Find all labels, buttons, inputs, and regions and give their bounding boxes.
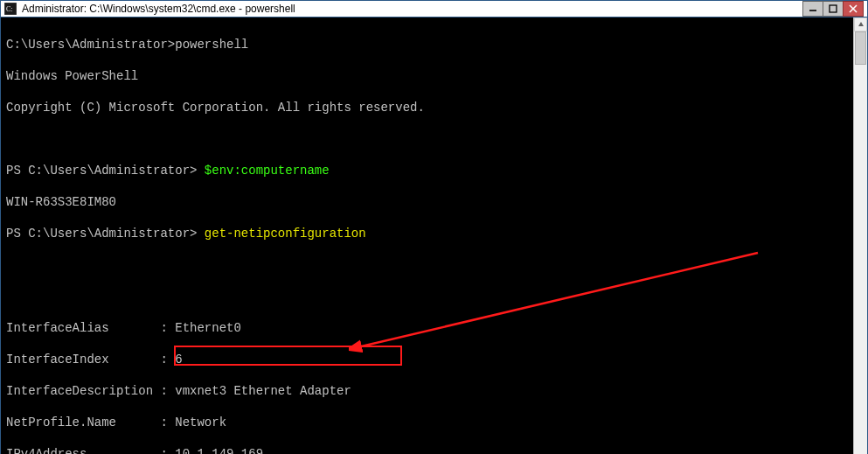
scroll-up-button[interactable] — [854, 17, 867, 31]
output-line: WIN-R63S3E8IM80 — [6, 194, 848, 210]
output-line: NetProfile.Name : Network — [6, 415, 848, 430]
command-text: $env:computername — [205, 164, 330, 178]
output-line: InterfaceDescription : vmxnet3 Ethernet … — [6, 383, 848, 399]
output-line: InterfaceAlias : Ethernet0 — [6, 320, 848, 336]
cmd-window: C: Administrator: C:\Windows\system32\cm… — [0, 0, 868, 454]
output-line — [6, 131, 848, 147]
output-line — [6, 257, 848, 273]
close-button[interactable] — [843, 1, 864, 17]
output-line: C:\Users\Administrator>powershell — [6, 37, 848, 52]
scroll-thumb[interactable] — [855, 31, 866, 65]
prompt-line: PS C:\Users\Administrator> get-netipconf… — [6, 226, 848, 241]
window-controls — [802, 1, 864, 17]
output-line — [6, 289, 848, 304]
prompt: PS C:\Users\Administrator> — [6, 227, 205, 241]
minimize-button[interactable] — [802, 1, 823, 17]
vertical-scrollbar[interactable] — [853, 17, 867, 454]
output-line: InterfaceIndex : 6 — [6, 352, 848, 367]
output-line: IPv4Address : 10.1.149.169 — [6, 446, 848, 454]
cmd-icon: C: — [4, 3, 17, 15]
window-title: Administrator: C:\Windows\system32\cmd.e… — [22, 3, 802, 15]
output-line: Copyright (C) Microsoft Corporation. All… — [6, 100, 848, 115]
maximize-button[interactable] — [823, 1, 844, 17]
command-text: get-netipconfiguration — [205, 227, 366, 241]
console-area: C:\Users\Administrator>powershell Window… — [1, 17, 867, 454]
prompt: PS C:\Users\Administrator> — [6, 164, 205, 178]
svg-text:C:: C: — [6, 5, 13, 13]
terminal-output[interactable]: C:\Users\Administrator>powershell Window… — [1, 17, 853, 454]
scroll-track[interactable] — [854, 31, 867, 454]
output-line: Windows PowerShell — [6, 68, 848, 84]
svg-rect-3 — [830, 5, 837, 12]
prompt-line: PS C:\Users\Administrator> $env:computer… — [6, 163, 848, 178]
titlebar[interactable]: C: Administrator: C:\Windows\system32\cm… — [1, 1, 867, 17]
